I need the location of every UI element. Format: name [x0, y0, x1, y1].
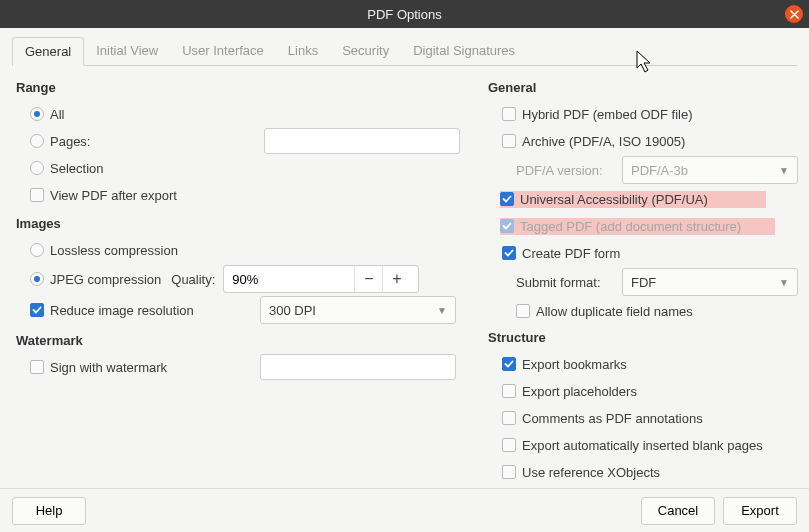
label-all: All	[50, 107, 64, 122]
label-allow-dup: Allow duplicate field names	[536, 304, 693, 319]
check-icon	[502, 221, 512, 231]
label-ua: Universal Accessibility (PDF/UA)	[520, 192, 708, 207]
label-reduce: Reduce image resolution	[50, 303, 260, 318]
quality-minus-button[interactable]: −	[354, 266, 382, 292]
checkbox-sign-watermark[interactable]	[30, 360, 44, 374]
submit-value: FDF	[631, 275, 656, 290]
checkbox-export-placeholders[interactable]	[502, 384, 516, 398]
section-range: Range	[16, 80, 460, 95]
dpi-value: 300 DPI	[269, 303, 316, 318]
export-button[interactable]: Export	[723, 497, 797, 525]
label-quality: Quality:	[171, 272, 215, 287]
checkbox-archive[interactable]	[502, 134, 516, 148]
radio-pages[interactable]	[30, 134, 44, 148]
section-general: General	[488, 80, 798, 95]
checkbox-export-bookmarks[interactable]	[502, 357, 516, 371]
label-placeholders: Export placeholders	[522, 384, 637, 399]
tab-digital-signatures[interactable]: Digital Signatures	[401, 37, 527, 66]
checkbox-export-blank-pages[interactable]	[502, 438, 516, 452]
chevron-down-icon: ▼	[437, 305, 447, 316]
label-xobjects: Use reference XObjects	[522, 465, 660, 480]
label-create-form: Create PDF form	[522, 246, 620, 261]
check-icon	[504, 359, 514, 369]
label-bookmarks: Export bookmarks	[522, 357, 627, 372]
label-comments: Comments as PDF annotations	[522, 411, 703, 426]
label-view-after: View PDF after export	[50, 188, 177, 203]
label-tagged: Tagged PDF (add document structure)	[520, 219, 741, 234]
tab-initial-view[interactable]: Initial View	[84, 37, 170, 66]
section-watermark: Watermark	[16, 333, 460, 348]
window-title: PDF Options	[367, 7, 441, 22]
chevron-down-icon: ▼	[779, 165, 789, 176]
dialog-footer: Help Cancel Export	[0, 488, 809, 532]
check-icon	[32, 305, 42, 315]
label-lossless: Lossless compression	[50, 243, 178, 258]
watermark-input[interactable]	[260, 354, 456, 380]
section-images: Images	[16, 216, 460, 231]
checkbox-reduce-resolution[interactable]	[30, 303, 44, 317]
checkbox-tagged-pdf	[500, 219, 514, 233]
help-button[interactable]: Help	[12, 497, 86, 525]
label-hybrid: Hybrid PDF (embed ODF file)	[522, 107, 692, 122]
checkbox-universal-accessibility[interactable]	[500, 192, 514, 206]
section-structure: Structure	[488, 330, 798, 345]
radio-jpeg[interactable]	[30, 272, 44, 286]
close-button[interactable]	[785, 5, 803, 23]
tab-bar: General Initial View User Interface Link…	[12, 36, 797, 66]
radio-all[interactable]	[30, 107, 44, 121]
check-icon	[504, 248, 514, 258]
checkbox-allow-duplicate[interactable]	[516, 304, 530, 318]
quality-spinner[interactable]: − +	[223, 265, 419, 293]
pdfa-value: PDF/A-3b	[631, 163, 688, 178]
tab-security[interactable]: Security	[330, 37, 401, 66]
checkbox-create-form[interactable]	[502, 246, 516, 260]
quality-input[interactable]	[224, 266, 354, 292]
cancel-button[interactable]: Cancel	[641, 497, 715, 525]
submit-format-dropdown[interactable]: FDF ▼	[622, 268, 798, 296]
radio-selection[interactable]	[30, 161, 44, 175]
label-selection: Selection	[50, 161, 103, 176]
checkbox-xobjects[interactable]	[502, 465, 516, 479]
label-archive: Archive (PDF/A, ISO 19005)	[522, 134, 685, 149]
label-pages: Pages:	[50, 134, 116, 149]
checkbox-view-after-export[interactable]	[30, 188, 44, 202]
radio-lossless[interactable]	[30, 243, 44, 257]
pages-input[interactable]	[264, 128, 460, 154]
label-submit-format: Submit format:	[516, 275, 622, 290]
label-pdfa-version: PDF/A version:	[516, 163, 622, 178]
tab-general[interactable]: General	[12, 37, 84, 66]
checkbox-hybrid[interactable]	[502, 107, 516, 121]
quality-plus-button[interactable]: +	[382, 266, 410, 292]
tab-user-interface[interactable]: User Interface	[170, 37, 276, 66]
label-blank: Export automatically inserted blank page…	[522, 438, 763, 453]
tab-links[interactable]: Links	[276, 37, 330, 66]
close-icon	[790, 10, 799, 19]
chevron-down-icon: ▼	[779, 277, 789, 288]
check-icon	[502, 194, 512, 204]
label-jpeg: JPEG compression	[50, 272, 161, 287]
label-sign: Sign with watermark	[50, 360, 260, 375]
titlebar: PDF Options	[0, 0, 809, 28]
checkbox-comments-annotations[interactable]	[502, 411, 516, 425]
pdfa-version-dropdown: PDF/A-3b ▼	[622, 156, 798, 184]
dpi-dropdown[interactable]: 300 DPI ▼	[260, 296, 456, 324]
